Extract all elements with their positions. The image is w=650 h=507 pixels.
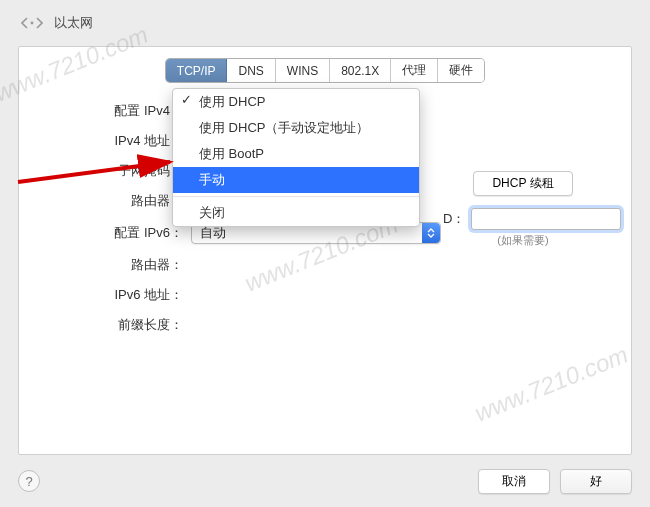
- label-prefix-length: 前缀长度：: [39, 316, 191, 334]
- tab-bar: TCP/IP DNS WINS 802.1X 代理 硬件: [39, 59, 611, 82]
- label-configure-ipv6: 配置 IPv6：: [39, 224, 191, 242]
- tab-hardware[interactable]: 硬件: [438, 59, 484, 82]
- row-prefix-length: 前缀长度：: [39, 316, 611, 334]
- tab-proxy[interactable]: 代理: [391, 59, 438, 82]
- ipv4-option-off[interactable]: 关闭: [173, 200, 419, 226]
- ipv4-config-dropdown[interactable]: 使用 DHCP 使用 DHCP（手动设定地址） 使用 BootP 手动 关闭: [172, 88, 420, 227]
- dhcp-right-region: DHCP 续租 D： (如果需要): [443, 171, 603, 248]
- annotation-arrow-icon: [14, 136, 184, 189]
- dialog-footer: ? 取消 好: [0, 455, 650, 507]
- cancel-button[interactable]: 取消: [478, 469, 550, 494]
- ok-button[interactable]: 好: [560, 469, 632, 494]
- title-bar: 以太网: [0, 0, 650, 46]
- dhcp-renew-button[interactable]: DHCP 续租: [473, 171, 572, 196]
- client-id-hint: (如果需要): [443, 233, 603, 248]
- ipv4-option-manual[interactable]: 手动: [173, 167, 419, 193]
- label-client-id: D：: [443, 210, 465, 228]
- label-ipv6-address: IPv6 地址：: [39, 286, 191, 304]
- svg-point-0: [31, 22, 34, 25]
- tab-dns[interactable]: DNS: [227, 59, 275, 82]
- page-title: 以太网: [54, 14, 93, 32]
- label-router-v4: 路由器：: [39, 192, 191, 210]
- label-configure-ipv4: 配置 IPv4：: [39, 102, 191, 120]
- ipv4-option-dhcp[interactable]: 使用 DHCP: [173, 89, 419, 115]
- tab-wins[interactable]: WINS: [276, 59, 330, 82]
- ipv4-option-bootp[interactable]: 使用 BootP: [173, 141, 419, 167]
- help-icon[interactable]: ?: [18, 470, 40, 492]
- dhcp-client-id-input[interactable]: [471, 208, 621, 230]
- dropdown-separator: [173, 196, 419, 197]
- updown-icon: [422, 223, 440, 243]
- row-router-v6: 路由器：: [39, 256, 611, 274]
- label-router-v6: 路由器：: [39, 256, 191, 274]
- svg-line-1: [18, 162, 170, 182]
- row-ipv6-address: IPv6 地址：: [39, 286, 611, 304]
- tab-tcpip[interactable]: TCP/IP: [166, 59, 228, 82]
- ipv4-option-dhcp-manual[interactable]: 使用 DHCP（手动设定地址）: [173, 115, 419, 141]
- back-icon[interactable]: [20, 15, 44, 31]
- tab-8021x[interactable]: 802.1X: [330, 59, 391, 82]
